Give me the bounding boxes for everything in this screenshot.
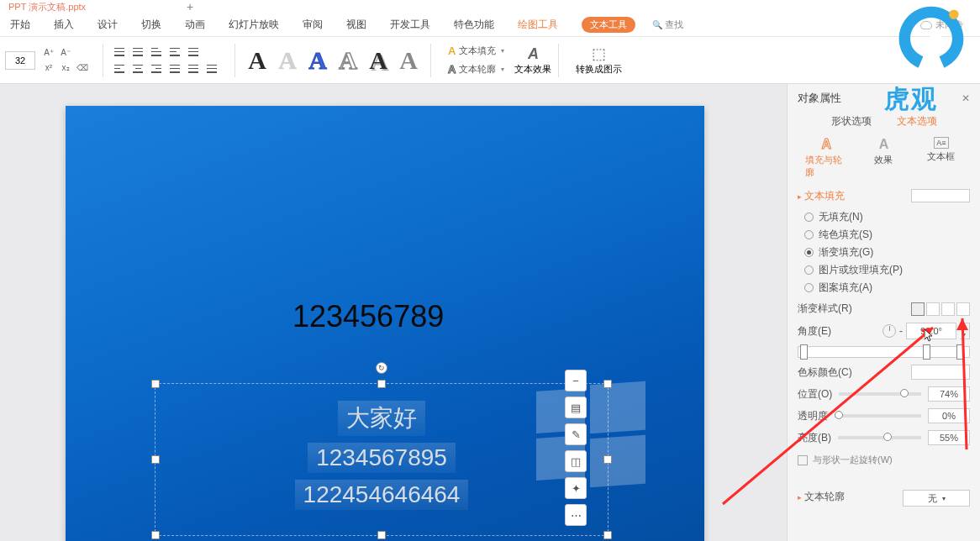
text-effect-button[interactable]: A 文本效果 xyxy=(514,45,551,76)
position-value[interactable]: 74% xyxy=(928,386,970,402)
angle-dial[interactable] xyxy=(883,324,896,338)
gradient-stops-slider[interactable] xyxy=(798,346,970,358)
subtab-textbox[interactable]: A≡ 文本框 xyxy=(920,137,962,179)
wordart-style-6[interactable]: A xyxy=(393,46,424,75)
resize-handle-bl[interactable] xyxy=(151,531,160,539)
font-size-input[interactable]: 32 xyxy=(5,51,35,70)
align-justify-icon[interactable] xyxy=(166,61,183,76)
gradient-stop-1[interactable] xyxy=(800,344,808,360)
section-text-outline[interactable]: 文本轮廓 无 ▾ xyxy=(798,490,970,504)
crop-icon[interactable]: ◫ xyxy=(565,450,587,472)
convert-to-diagram-button[interactable]: ⬚ 转换成图示 xyxy=(576,45,622,76)
resize-handle-ml[interactable] xyxy=(151,455,160,464)
resize-handle-bm[interactable] xyxy=(377,531,386,539)
brightness-label: 亮度(B) xyxy=(798,431,831,445)
gradient-stop-2[interactable] xyxy=(923,344,930,360)
brightness-slider[interactable] xyxy=(838,436,921,439)
text-direction-icon[interactable] xyxy=(203,61,220,76)
numbering-icon[interactable] xyxy=(129,45,146,60)
resize-handle-mr[interactable] xyxy=(603,455,612,464)
wordart-style-3[interactable]: A xyxy=(303,46,333,75)
textbox-line-3[interactable]: 122454646464 xyxy=(295,480,469,510)
subtab-effect[interactable]: A 效果 xyxy=(862,137,904,179)
tab-shape-options[interactable]: 形状选项 xyxy=(831,114,872,129)
line-spacing-icon[interactable] xyxy=(185,45,202,60)
resize-handle-tl[interactable] xyxy=(151,380,160,388)
checkbox-icon[interactable] xyxy=(798,455,808,465)
collapse-float-icon[interactable]: − xyxy=(565,370,587,391)
resize-handle-br[interactable] xyxy=(603,531,612,539)
wordart-style-5[interactable]: A xyxy=(363,46,393,75)
resize-handle-tm[interactable] xyxy=(377,380,386,388)
align-right-icon[interactable] xyxy=(148,61,165,76)
grad-dir-3[interactable] xyxy=(941,302,955,316)
new-tab-button[interactable]: + xyxy=(187,0,193,13)
menu-design[interactable]: 设计 xyxy=(97,18,118,32)
menu-drawing-tools[interactable]: 绘图工具 xyxy=(518,18,558,32)
search-box[interactable]: 查找 xyxy=(652,18,683,31)
slide[interactable]: 123456789 ↻ 大家好 1234567895 122454646464 xyxy=(66,106,704,541)
edit-icon[interactable]: ✎ xyxy=(565,423,587,445)
menu-insert[interactable]: 插入 xyxy=(54,18,74,32)
menu-start[interactable]: 开始 xyxy=(10,18,30,32)
decrease-font-icon[interactable]: A⁻ xyxy=(58,46,73,60)
selected-text-box[interactable]: ↻ 大家好 1234567895 122454646464 xyxy=(155,383,609,536)
radio-pattern-fill[interactable]: 图案填充(A) xyxy=(804,281,970,295)
position-slider[interactable] xyxy=(839,392,921,396)
menu-devtools[interactable]: 开发工具 xyxy=(390,18,430,32)
slide-canvas[interactable]: 123456789 ↻ 大家好 1234567895 122454646464 … xyxy=(0,84,787,541)
wordart-style-2[interactable]: A xyxy=(272,46,303,75)
align-center-icon[interactable] xyxy=(129,61,146,76)
transparency-value[interactable]: 0% xyxy=(928,408,970,423)
menu-text-tools[interactable]: 文本工具 xyxy=(582,17,635,33)
textbox-line-2[interactable]: 1234567895 xyxy=(308,443,456,473)
radio-no-fill[interactable]: 无填充(N) xyxy=(804,210,970,224)
layers-icon[interactable]: ▤ xyxy=(565,397,587,418)
radio-picture-fill[interactable]: 图片或纹理填充(P) xyxy=(804,263,970,277)
stop-color-swatch[interactable] xyxy=(911,365,970,380)
slide-text-1[interactable]: 123456789 xyxy=(292,299,444,334)
textbox-line-1[interactable]: 大家好 xyxy=(338,401,425,436)
grad-dir-1[interactable] xyxy=(911,302,925,316)
angle-spinner[interactable]: ▴▾ xyxy=(960,323,970,339)
document-tab[interactable]: PPT 演示文稿.pptx xyxy=(8,1,86,13)
menu-view[interactable]: 视图 xyxy=(346,18,366,32)
indent-right-icon[interactable] xyxy=(166,45,183,60)
brightness-value[interactable]: 55% xyxy=(928,430,970,445)
convert-icon: ⬚ xyxy=(592,45,606,63)
text-fill-dropdown[interactable]: A 文本填充 ▾ xyxy=(448,42,504,60)
clear-format-icon[interactable]: ⌫ xyxy=(75,61,90,75)
rotate-with-shape-row[interactable]: 与形状一起旋转(W) xyxy=(798,454,970,466)
section-text-fill[interactable]: 文本填充 xyxy=(798,189,970,203)
grad-dir-4[interactable] xyxy=(956,302,970,316)
grad-dir-2[interactable] xyxy=(926,302,940,316)
columns-icon[interactable] xyxy=(185,61,202,76)
rotate-handle[interactable]: ↻ xyxy=(376,362,387,374)
align-left-icon[interactable] xyxy=(111,61,128,76)
outline-select[interactable]: 无 ▾ xyxy=(903,490,970,507)
transparency-slider[interactable] xyxy=(835,414,921,418)
menu-transition[interactable]: 切换 xyxy=(141,18,161,32)
radio-gradient-fill[interactable]: 渐变填充(G) xyxy=(804,245,970,260)
text-outline-dropdown[interactable]: A 文本轮廓 ▾ xyxy=(448,60,504,79)
radio-solid-fill[interactable]: 纯色填充(S) xyxy=(804,228,970,242)
menu-animation[interactable]: 动画 xyxy=(185,18,205,32)
wordart-style-4[interactable]: A xyxy=(333,46,363,75)
subscript-icon[interactable]: x₂ xyxy=(58,61,73,75)
indent-left-icon[interactable] xyxy=(148,45,165,60)
position-row: 位置(O) 74% xyxy=(798,386,970,402)
magic-icon[interactable]: ✦ xyxy=(565,477,587,499)
gradient-stop-3[interactable] xyxy=(956,344,964,360)
wordart-style-1[interactable]: A xyxy=(242,46,272,75)
menu-review[interactable]: 审阅 xyxy=(303,18,323,32)
subtab-fill-outline[interactable]: A 填充与轮廓 xyxy=(805,137,847,179)
menu-features[interactable]: 特色功能 xyxy=(454,18,494,32)
more-icon[interactable]: ⋯ xyxy=(565,504,587,526)
resize-handle-tr[interactable] xyxy=(603,380,612,388)
radio-picture-label: 图片或纹理填充(P) xyxy=(819,263,903,277)
fill-preview-swatch[interactable] xyxy=(911,189,970,202)
bullets-icon[interactable] xyxy=(111,45,128,60)
menu-slideshow[interactable]: 幻灯片放映 xyxy=(229,18,279,32)
superscript-icon[interactable]: x² xyxy=(41,61,56,75)
increase-font-icon[interactable]: A⁺ xyxy=(41,46,56,60)
